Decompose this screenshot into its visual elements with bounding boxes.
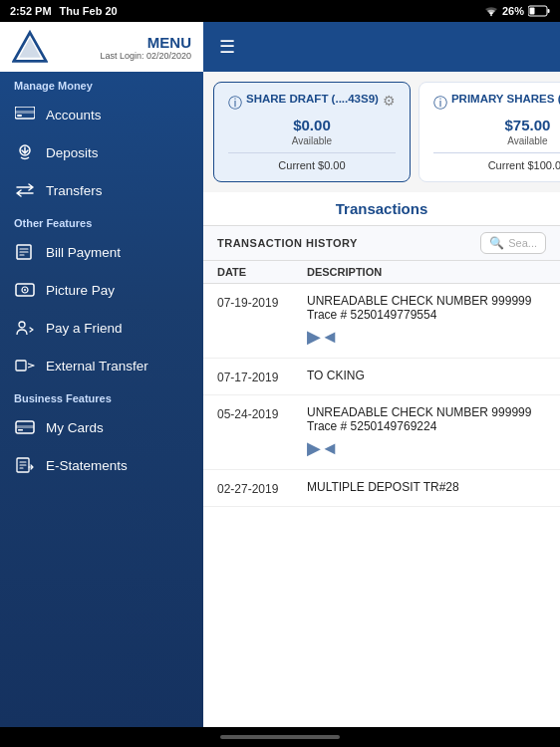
home-indicator [0, 727, 560, 747]
status-bar: 2:52 PM Thu Feb 20 26% [0, 0, 560, 22]
primary-shares-current: Current $100.00 [433, 159, 560, 171]
transaction-desc-col: MULTIPLE DEPOSIT TR#28 [307, 480, 546, 494]
app-logo [12, 29, 48, 65]
deposits-icon [14, 143, 36, 161]
col-date-header: DATE [217, 266, 307, 278]
deposits-label: Deposits [46, 145, 99, 160]
transaction-description: TO CKING [307, 369, 546, 382]
content-area: MENU Last Login: 02/20/2020 Manage Money… [0, 22, 560, 727]
share-draft-card[interactable]: ⓘ SHARE DRAFT (....43S9) ⚙ $0.00 Availab… [213, 82, 411, 182]
transactions-header: Transactions [203, 192, 560, 226]
primary-shares-amount: $75.00 [433, 117, 560, 133]
card-top-row: ⓘ SHARE DRAFT (....43S9) ⚙ [228, 93, 396, 113]
table-row[interactable]: 02-27-2019 MULTIPLE DEPOSIT TR#28 [203, 470, 560, 507]
scan-icon[interactable]: ▶◄ [307, 326, 546, 348]
svg-point-13 [24, 289, 26, 291]
section-other-features: Other Features [0, 209, 203, 233]
primary-shares-info-icon[interactable]: ⓘ [433, 95, 447, 113]
svg-rect-3 [530, 8, 535, 15]
search-box[interactable]: 🔍 Sea... [480, 232, 546, 254]
my-cards-label: My Cards [46, 420, 104, 435]
battery-icon [528, 5, 550, 17]
sidebar-item-accounts[interactable]: Accounts [0, 96, 203, 133]
sidebar-menu-info: MENU Last Login: 02/20/2020 [100, 34, 191, 61]
svg-rect-18 [18, 429, 23, 431]
picture-pay-label: Picture Pay [46, 283, 115, 298]
transaction-date: 07-19-2019 [217, 294, 307, 310]
col-description-header: DESCRIPTION [307, 266, 382, 278]
section-business-features: Business Features [0, 384, 203, 408]
main-header: ☰ [203, 22, 560, 72]
primary-shares-name: PRIMARY SHARES (....43S1) [451, 93, 560, 105]
primary-shares-available: Available [433, 135, 560, 146]
table-row[interactable]: 05-24-2019 UNREADABLE CHECK NUMBER 99999… [203, 395, 560, 470]
table-row[interactable]: 07-19-2019 UNREADABLE CHECK NUMBER 99999… [203, 284, 560, 359]
sidebar: MENU Last Login: 02/20/2020 Manage Money… [0, 22, 203, 727]
sidebar-item-my-cards[interactable]: My Cards [0, 408, 203, 446]
e-statements-label: E-Statements [46, 458, 128, 473]
share-draft-gear-icon[interactable]: ⚙ [383, 93, 396, 109]
svg-rect-8 [17, 115, 22, 117]
share-draft-current: Current $0.00 [228, 159, 396, 171]
picture-pay-icon [14, 281, 36, 299]
sidebar-item-picture-pay[interactable]: Picture Pay [0, 271, 203, 309]
cards-row: ⓘ SHARE DRAFT (....43S9) ⚙ $0.00 Availab… [203, 72, 560, 192]
section-manage-money: Manage Money [0, 72, 203, 96]
share-draft-name: SHARE DRAFT (....43S9) [246, 93, 379, 105]
accounts-label: Accounts [46, 108, 102, 123]
search-icon: 🔍 [489, 236, 504, 250]
app-container: 2:52 PM Thu Feb 20 26% [0, 0, 560, 747]
transaction-description: UNREADABLE CHECK NUMBER 999999 Trace # 5… [307, 405, 546, 433]
sidebar-item-deposits[interactable]: Deposits [0, 133, 203, 171]
svg-rect-2 [548, 9, 550, 13]
transaction-date: 07-17-2019 [217, 369, 307, 384]
transaction-history-label: TRANSACTION HISTORY [217, 237, 358, 249]
bill-payment-icon [14, 243, 36, 261]
scan-icon[interactable]: ▶◄ [307, 437, 546, 459]
bill-payment-label: Bill Payment [46, 245, 121, 260]
transfers-icon [14, 181, 36, 199]
hamburger-icon[interactable]: ☰ [219, 36, 235, 58]
transactions-section: Transactions TRANSACTION HISTORY 🔍 Sea..… [203, 192, 560, 727]
share-draft-info-icon[interactable]: ⓘ [228, 95, 242, 113]
transaction-desc-col: UNREADABLE CHECK NUMBER 999999 Trace # 5… [307, 294, 546, 348]
sidebar-item-e-statements[interactable]: E-Statements [0, 446, 203, 484]
transactions-title: Transactions [217, 200, 546, 217]
sidebar-header: MENU Last Login: 02/20/2020 [0, 22, 203, 72]
transactions-list: 07-19-2019 UNREADABLE CHECK NUMBER 99999… [203, 284, 560, 727]
transaction-desc-col: TO CKING [307, 369, 546, 382]
sidebar-item-pay-friend[interactable]: Pay a Friend [0, 309, 203, 347]
external-transfer-label: External Transfer [46, 359, 148, 374]
external-transfer-icon [14, 357, 36, 374]
main-content: ☰ ⓘ SHARE DRAFT (....43S9) ⚙ $0.00 Avail… [203, 22, 560, 727]
pay-friend-icon [14, 319, 36, 337]
transaction-date: 05-24-2019 [217, 405, 307, 421]
svg-rect-15 [16, 361, 26, 371]
table-row[interactable]: 07-17-2019 TO CKING [203, 359, 560, 395]
transaction-description: UNREADABLE CHECK NUMBER 999999 Trace # 5… [307, 294, 546, 322]
last-login: Last Login: 02/20/2020 [100, 51, 191, 61]
primary-card-top-row: ⓘ PRIMARY SHARES (....43S1) ⚙ [433, 93, 560, 113]
transactions-toolbar: TRANSACTION HISTORY 🔍 Sea... [203, 226, 560, 261]
primary-shares-card[interactable]: ⓘ PRIMARY SHARES (....43S1) ⚙ $75.00 Ava… [419, 82, 560, 182]
e-statements-icon [14, 456, 36, 474]
share-draft-available: Available [228, 135, 396, 146]
search-placeholder: Sea... [508, 237, 537, 249]
menu-title: MENU [100, 34, 191, 51]
transfers-label: Transfers [46, 183, 103, 198]
sidebar-item-bill-payment[interactable]: Bill Payment [0, 233, 203, 271]
battery-text: 26% [502, 5, 524, 17]
svg-rect-7 [15, 111, 35, 114]
sidebar-item-transfers[interactable]: Transfers [0, 171, 203, 209]
sidebar-item-external-transfer[interactable]: External Transfer [0, 347, 203, 384]
wifi-icon [484, 5, 498, 17]
pay-friend-label: Pay a Friend [46, 321, 123, 336]
status-time: 2:52 PM [10, 5, 52, 17]
transaction-description: MULTIPLE DEPOSIT TR#28 [307, 480, 546, 494]
svg-point-0 [490, 15, 492, 17]
transaction-date: 02-27-2019 [217, 480, 307, 496]
transactions-columns: DATE DESCRIPTION [203, 261, 560, 284]
accounts-icon [14, 106, 36, 124]
my-cards-icon [14, 418, 36, 436]
svg-rect-17 [16, 425, 34, 428]
